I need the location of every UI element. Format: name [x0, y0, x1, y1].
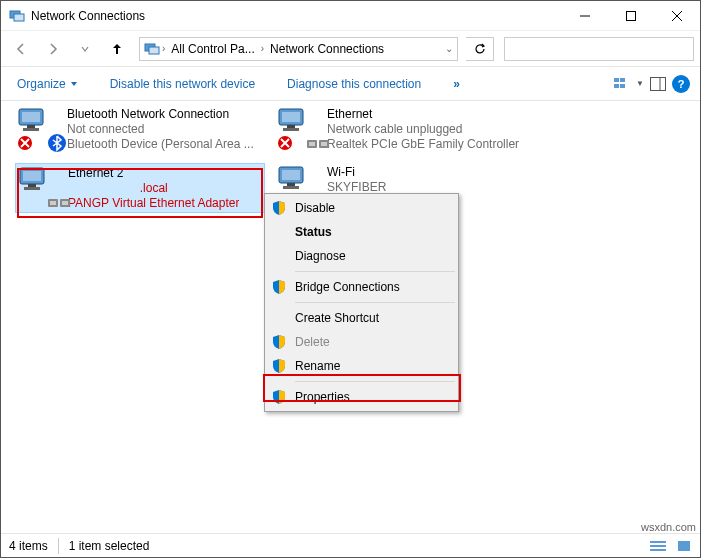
ctx-status[interactable]: Status	[267, 220, 456, 244]
view-details-button[interactable]	[650, 539, 666, 553]
diagnose-button[interactable]: Diagnose this connection	[281, 73, 427, 95]
connection-name: Wi-Fi	[327, 165, 386, 180]
chevron-right-icon: ›	[261, 43, 264, 54]
adapter-icon	[18, 166, 64, 212]
help-icon[interactable]: ?	[672, 75, 690, 93]
svg-rect-49	[650, 541, 666, 543]
breadcrumb-segment[interactable]: Network Connections	[266, 40, 388, 58]
svg-rect-35	[28, 184, 36, 187]
connection-ethernet[interactable]: Ethernet Network cable unplugged Realtek…	[275, 105, 525, 155]
connection-ethernet2[interactable]: Ethernet 2 .local PANGP Virtual Ethernet…	[15, 163, 265, 213]
connection-status: Not connected	[67, 122, 254, 137]
overflow-button[interactable]: »	[447, 73, 466, 95]
view-large-icons-button[interactable]	[676, 539, 692, 553]
ctx-bridge[interactable]: Bridge Connections	[267, 275, 456, 299]
ctx-rename[interactable]: Rename	[267, 354, 456, 378]
svg-rect-24	[287, 125, 295, 128]
shield-icon	[271, 358, 287, 374]
svg-rect-23	[282, 112, 300, 122]
app-icon	[9, 8, 25, 24]
connection-name: Ethernet	[327, 107, 519, 122]
svg-rect-9	[620, 78, 625, 82]
svg-rect-39	[50, 201, 56, 205]
connection-bluetooth[interactable]: Bluetooth Network Connection Not connect…	[15, 105, 265, 155]
svg-rect-1	[14, 14, 24, 21]
svg-rect-10	[614, 84, 619, 88]
connection-name: Bluetooth Network Connection	[67, 107, 254, 122]
up-button[interactable]	[103, 35, 131, 63]
separator	[295, 271, 455, 272]
chevron-right-icon: ›	[162, 43, 165, 54]
status-bar: 4 items 1 item selected	[1, 533, 700, 557]
svg-rect-11	[620, 84, 625, 88]
svg-rect-8	[614, 78, 619, 82]
back-button[interactable]	[7, 35, 35, 63]
svg-rect-52	[678, 541, 690, 551]
svg-rect-12	[651, 77, 666, 90]
connection-device: Realtek PCIe GbE Family Controller	[327, 137, 519, 152]
context-menu: Disable Status Diagnose Bridge Connectio…	[264, 193, 459, 412]
separator	[295, 302, 455, 303]
forward-button[interactable]	[39, 35, 67, 63]
separator	[295, 381, 455, 382]
preview-pane-button[interactable]	[650, 76, 666, 92]
svg-rect-16	[27, 125, 35, 128]
svg-rect-40	[62, 201, 68, 205]
item-count: 4 items	[9, 539, 48, 553]
close-button[interactable]	[654, 1, 700, 31]
svg-rect-43	[287, 183, 295, 186]
svg-rect-32	[321, 142, 327, 146]
nav-bar: › All Control Pa... › Network Connection…	[1, 31, 700, 67]
refresh-button[interactable]	[466, 37, 494, 61]
disable-device-button[interactable]: Disable this network device	[104, 73, 261, 95]
chevron-down-icon[interactable]: ▼	[636, 79, 644, 88]
connection-status: Network cable unplugged	[327, 122, 519, 137]
svg-rect-42	[282, 170, 300, 180]
connection-status: .local	[68, 181, 239, 196]
view-icons-button[interactable]	[614, 76, 630, 92]
svg-rect-3	[627, 11, 636, 20]
separator	[58, 538, 59, 554]
connection-name: Ethernet 2	[68, 166, 239, 181]
adapter-icon	[277, 107, 323, 153]
search-input[interactable]	[504, 37, 694, 61]
selection-count: 1 item selected	[69, 539, 150, 553]
breadcrumb[interactable]: › All Control Pa... › Network Connection…	[139, 37, 458, 61]
title-bar: Network Connections	[1, 1, 700, 31]
ctx-delete[interactable]: Delete	[267, 330, 456, 354]
svg-rect-34	[23, 171, 41, 181]
svg-rect-17	[23, 128, 39, 131]
svg-rect-36	[24, 187, 40, 190]
connection-device: PANGP Virtual Ethernet Adapter	[68, 196, 239, 210]
svg-rect-15	[22, 112, 40, 122]
breadcrumb-segment[interactable]: All Control Pa...	[167, 40, 258, 58]
chevron-down-icon[interactable]: ⌄	[445, 43, 453, 54]
shield-icon	[271, 389, 287, 405]
window-title: Network Connections	[31, 9, 562, 23]
maximize-button[interactable]	[608, 1, 654, 31]
svg-rect-51	[650, 549, 666, 551]
ctx-diagnose[interactable]: Diagnose	[267, 244, 456, 268]
ctx-shortcut[interactable]: Create Shortcut	[267, 306, 456, 330]
svg-rect-25	[283, 128, 299, 131]
location-icon	[144, 41, 160, 57]
command-bar: Organize Disable this network device Dia…	[1, 67, 700, 101]
ctx-disable[interactable]: Disable	[267, 196, 456, 220]
svg-rect-31	[309, 142, 315, 146]
ctx-properties[interactable]: Properties	[267, 385, 456, 409]
shield-icon	[271, 279, 287, 295]
svg-rect-7	[149, 47, 159, 54]
svg-rect-44	[283, 186, 299, 189]
shield-icon	[271, 334, 287, 350]
svg-rect-50	[650, 545, 666, 547]
organize-button[interactable]: Organize	[11, 73, 84, 95]
shield-icon	[271, 200, 287, 216]
minimize-button[interactable]	[562, 1, 608, 31]
connection-device: Bluetooth Device (Personal Area ...	[67, 137, 254, 152]
adapter-icon	[17, 107, 63, 153]
watermark: wsxdn.com	[641, 521, 696, 533]
history-dropdown[interactable]	[71, 35, 99, 63]
